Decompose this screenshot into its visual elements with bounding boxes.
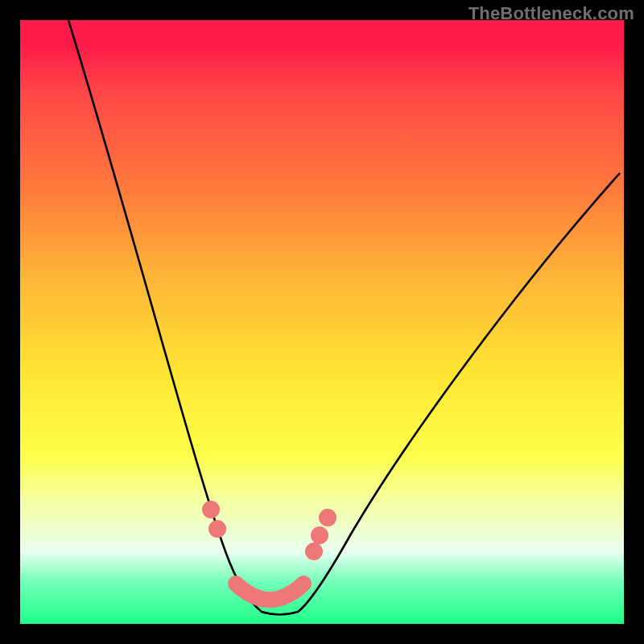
marker-right-upper — [319, 509, 336, 526]
v-curve-path — [68, 20, 620, 615]
marker-right-lower — [305, 543, 323, 560]
marker-bottom-segment — [236, 584, 303, 600]
chart-plot-area — [20, 20, 624, 624]
watermark-text: TheBottleneck.com — [469, 3, 634, 24]
chart-svg — [20, 20, 624, 624]
marker-left-lower — [208, 520, 226, 538]
marker-left-upper — [202, 501, 220, 518]
marker-right-mid — [311, 526, 328, 544]
